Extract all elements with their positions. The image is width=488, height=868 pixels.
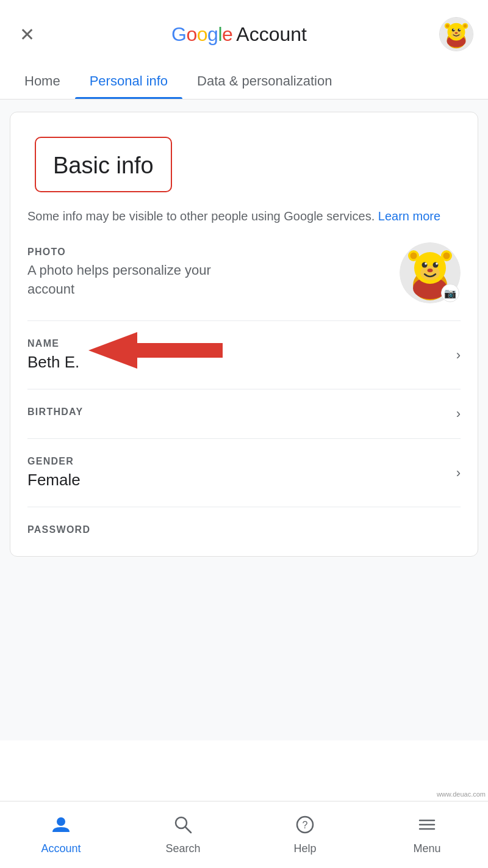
header-account-text: Account xyxy=(236,23,307,46)
photo-info: PHOTO A photo helps personalize your acc… xyxy=(27,247,259,299)
photo-description: A photo helps personalize your account xyxy=(27,261,259,299)
password-label: PASSWORD xyxy=(27,524,461,535)
svg-point-12 xyxy=(459,29,461,30)
svg-point-11 xyxy=(453,29,454,30)
account-icon xyxy=(51,815,71,839)
google-logo-o2: o xyxy=(197,23,207,45)
tab-personal-info[interactable]: Personal info xyxy=(75,63,182,99)
name-chevron-icon: › xyxy=(456,347,461,363)
camera-icon[interactable]: 📷 xyxy=(441,284,459,302)
name-label: NAME xyxy=(27,338,461,349)
search-icon xyxy=(173,815,193,839)
photo-section[interactable]: PHOTO A photo helps personalize your acc… xyxy=(27,225,461,321)
svg-point-13 xyxy=(455,32,458,34)
gender-section[interactable]: GENDER Female › xyxy=(27,439,461,507)
photo-label: PHOTO xyxy=(27,247,259,258)
header: ✕ Google Account xyxy=(0,0,488,63)
avatar[interactable] xyxy=(439,17,473,51)
name-section[interactable]: NAME Beth E. › xyxy=(27,321,461,389)
nav-account[interactable]: Account xyxy=(0,815,122,855)
name-value: Beth E. xyxy=(27,353,461,372)
svg-point-25 xyxy=(425,262,427,265)
gender-chevron-icon: › xyxy=(456,465,461,481)
svg-point-27 xyxy=(428,269,433,272)
svg-point-22 xyxy=(420,266,440,280)
search-nav-label: Search xyxy=(165,842,200,855)
google-logo-o1: o xyxy=(186,23,196,45)
close-button[interactable]: ✕ xyxy=(15,22,39,46)
svg-point-26 xyxy=(436,262,438,265)
password-section[interactable]: PASSWORD xyxy=(27,507,461,556)
svg-point-10 xyxy=(458,29,461,32)
gender-value: Female xyxy=(27,471,461,490)
help-icon: ? xyxy=(295,815,315,839)
learn-more-link[interactable]: Learn more xyxy=(378,209,440,223)
google-logo-e: e xyxy=(222,23,232,45)
menu-icon xyxy=(417,815,437,839)
tab-home[interactable]: Home xyxy=(10,63,75,99)
nav-help[interactable]: ? Help xyxy=(244,815,366,855)
bottom-navigation: Account Search ? Help Menu xyxy=(0,801,488,868)
avatar-image xyxy=(440,17,473,51)
birthday-label: BIRTHDAY xyxy=(27,407,461,418)
svg-point-20 xyxy=(411,253,417,259)
app-title: Google Account xyxy=(171,23,307,46)
google-logo-g2: g xyxy=(207,23,218,45)
birthday-section[interactable]: BIRTHDAY › xyxy=(27,389,461,439)
tab-data-personalization[interactable]: Data & personalization xyxy=(182,63,346,99)
birthday-chevron-icon: › xyxy=(456,406,461,422)
nav-search[interactable]: Search xyxy=(122,815,244,855)
svg-text:?: ? xyxy=(303,820,308,830)
svg-point-21 xyxy=(443,253,450,259)
basic-info-card: Basic info Some info may be visible to o… xyxy=(10,112,478,557)
svg-line-31 xyxy=(185,827,191,833)
nav-menu[interactable]: Menu xyxy=(366,815,488,855)
google-logo-g: G xyxy=(171,23,186,45)
watermark: www.deuac.com xyxy=(437,790,486,798)
menu-nav-label: Menu xyxy=(413,842,440,855)
basic-info-header-box: Basic info xyxy=(35,137,172,192)
basic-info-subtitle: Some info may be visible to other people… xyxy=(27,192,461,225)
close-icon: ✕ xyxy=(20,24,35,45)
help-nav-label: Help xyxy=(293,842,316,855)
account-nav-label: Account xyxy=(41,842,81,855)
photo-avatar-container[interactable]: 📷 xyxy=(400,242,461,303)
google-logo-l: l xyxy=(218,23,222,45)
card-content: Some info may be visible to other people… xyxy=(10,192,478,556)
gender-label: GENDER xyxy=(27,456,461,467)
svg-point-9 xyxy=(452,29,455,32)
svg-point-29 xyxy=(57,817,65,826)
content-area: Basic info Some info may be visible to o… xyxy=(0,99,488,740)
basic-info-title: Basic info xyxy=(53,153,154,178)
tab-bar: Home Personal info Data & personalizatio… xyxy=(0,63,488,99)
svg-point-6 xyxy=(446,24,450,28)
svg-point-7 xyxy=(464,24,467,28)
